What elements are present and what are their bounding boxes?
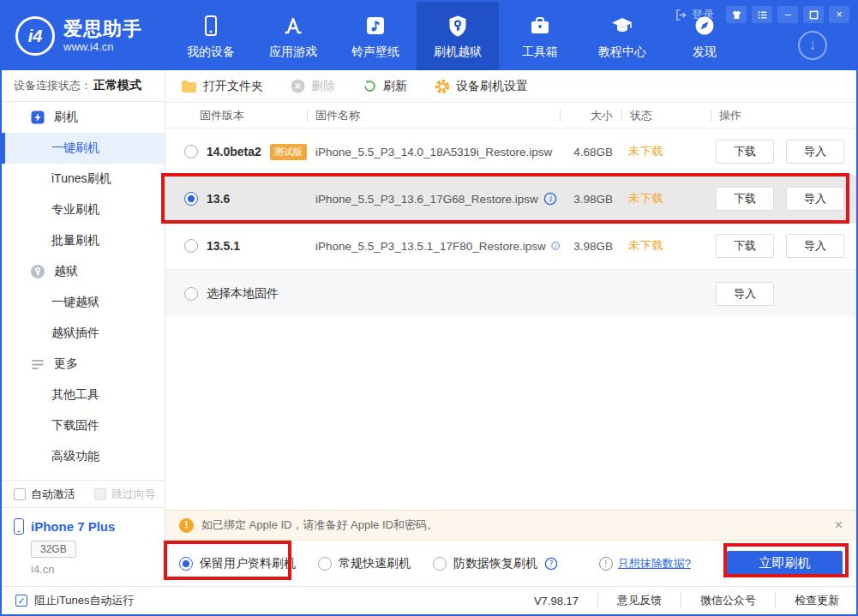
download-arrow-icon: ↓ bbox=[809, 37, 817, 54]
warning-close-icon[interactable]: × bbox=[835, 517, 843, 533]
delete-icon bbox=[291, 79, 305, 93]
download-firmware-button[interactable]: 下载 bbox=[716, 187, 774, 211]
firmware-radio[interactable] bbox=[184, 239, 198, 253]
phone-icon bbox=[198, 13, 224, 39]
sidebar-item-more-group[interactable]: 更多 bbox=[2, 349, 165, 380]
refresh-icon bbox=[363, 79, 377, 93]
column-header-version: 固件版本 bbox=[165, 108, 307, 123]
connection-status-label: 设备连接状态： bbox=[14, 78, 92, 93]
logo-i4-icon: i4 bbox=[15, 16, 55, 56]
svg-text:i: i bbox=[549, 194, 552, 203]
nav-ringtones-wallpapers[interactable]: 铃声壁纸 bbox=[342, 2, 409, 70]
sidebar-item-label: 越狱 bbox=[54, 264, 78, 279]
firmware-status: 未下载 bbox=[621, 238, 711, 254]
maximize-icon bbox=[809, 10, 819, 20]
window-controls: 登录 – × bbox=[675, 6, 849, 23]
maximize-button[interactable] bbox=[803, 6, 824, 23]
wechat-official-link[interactable]: 微信公众号 bbox=[681, 593, 775, 608]
flash-now-button[interactable]: 立即刷机 bbox=[727, 551, 843, 577]
sidebar-item-one-click-jailbreak[interactable]: 一键越狱 bbox=[2, 287, 165, 318]
firmware-filename: iPhone_5.5_P3_13.5.1_17F80_Restore.ipsw bbox=[315, 240, 546, 253]
sidebar-item-itunes-flash[interactable]: iTunes刷机 bbox=[2, 164, 165, 194]
radio-icon bbox=[433, 557, 447, 571]
device-name: iPhone 7 Plus bbox=[31, 519, 115, 534]
download-firmware-button[interactable]: 下载 bbox=[716, 140, 774, 164]
download-firmware-button[interactable]: 下载 bbox=[716, 234, 774, 258]
connection-status-value: 正常模式 bbox=[93, 78, 141, 93]
firmware-size: 3.98GB bbox=[560, 193, 621, 206]
import-firmware-button[interactable]: 导入 bbox=[786, 234, 844, 258]
firmware-radio-selected[interactable] bbox=[184, 192, 198, 206]
appstore-icon bbox=[280, 13, 306, 39]
device-source: i4.cn bbox=[31, 563, 153, 576]
import-firmware-button[interactable]: 导入 bbox=[786, 187, 844, 211]
import-firmware-button[interactable]: 导入 bbox=[786, 140, 844, 164]
checkbox-checked-icon bbox=[15, 595, 27, 607]
sidebar-item-jailbreak-plugins[interactable]: 越狱插件 bbox=[2, 318, 165, 349]
firmware-table-header: 固件版本 固件名称 大小 状态 操作 bbox=[165, 103, 856, 129]
import-firmware-button[interactable]: 导入 bbox=[716, 282, 774, 306]
app-url: www.i4.cn bbox=[63, 40, 142, 53]
device-flash-settings-button[interactable]: 设备刷机设置 bbox=[435, 79, 528, 94]
auto-activate-label: 自动激活 bbox=[31, 487, 75, 502]
nav-label: 发现 bbox=[693, 45, 717, 60]
feedback-link[interactable]: 意见反馈 bbox=[597, 593, 681, 608]
keep-user-data-radio[interactable]: 保留用户资料刷机 bbox=[179, 556, 296, 571]
nav-apps-games[interactable]: 应用游戏 bbox=[260, 2, 327, 70]
refresh-button[interactable]: 刷新 bbox=[363, 79, 407, 94]
skip-wizard-checkbox[interactable]: 跳过向导 bbox=[94, 487, 156, 502]
firmware-radio[interactable] bbox=[184, 287, 198, 301]
beta-badge: 测试版 bbox=[270, 144, 307, 160]
info-icon[interactable]: i bbox=[543, 192, 557, 206]
nav-my-device[interactable]: 我的设备 bbox=[177, 2, 244, 70]
login-button[interactable]: 登录 bbox=[675, 7, 714, 22]
sidebar-item-label: 更多 bbox=[54, 356, 78, 372]
refresh-label: 刷新 bbox=[383, 79, 407, 94]
column-header-name: 固件名称 bbox=[307, 108, 560, 123]
nav-flash-jailbreak[interactable]: 刷机越狱 bbox=[417, 2, 499, 70]
close-button[interactable]: × bbox=[829, 6, 849, 23]
firmware-radio[interactable] bbox=[184, 145, 198, 158]
sidebar-item-jailbreak-group[interactable]: 越狱 bbox=[2, 256, 165, 287]
menu-list-button[interactable] bbox=[752, 6, 772, 23]
login-icon bbox=[675, 9, 687, 21]
briefcase-icon bbox=[527, 13, 553, 39]
sidebar-checkboxes: 自动激活 跳过向导 bbox=[2, 480, 165, 507]
sidebar-item-pro-flash[interactable]: 专业刷机 bbox=[2, 194, 165, 225]
help-icon[interactable]: ? bbox=[544, 557, 558, 571]
column-header-operation: 操作 bbox=[711, 108, 856, 123]
auto-activate-checkbox[interactable]: 自动激活 bbox=[14, 487, 75, 502]
firmware-row-13-5-1: 13.5.1 iPhone_5.5_P3_13.5.1_17F80_Restor… bbox=[165, 223, 856, 270]
sidebar-item-label: 批量刷机 bbox=[51, 233, 99, 248]
check-update-link[interactable]: 检查更新 bbox=[775, 593, 843, 608]
info-icon[interactable]: i bbox=[551, 239, 560, 253]
erase-data-link[interactable]: 只想抹除数据? bbox=[618, 556, 691, 571]
sidebar-item-other-tools[interactable]: 其他工具 bbox=[2, 380, 165, 410]
more-lines-icon bbox=[30, 356, 45, 372]
open-folder-button[interactable]: 打开文件夹 bbox=[181, 79, 263, 94]
minimize-icon: – bbox=[785, 9, 791, 21]
skin-button[interactable] bbox=[726, 6, 747, 23]
firmware-status: 未下载 bbox=[621, 191, 711, 206]
sidebar-item-flash-group[interactable]: 刷机 bbox=[2, 102, 165, 133]
sidebar-item-label: 一键刷机 bbox=[51, 141, 99, 156]
main-panel: 打开文件夹 删除 刷新 设备刷机设置 固件版本 固件名称 大小 bbox=[165, 70, 856, 586]
sidebar-item-batch-flash[interactable]: 批量刷机 bbox=[2, 225, 165, 256]
block-itunes-checkbox[interactable]: 阻止iTunes自动运行 bbox=[15, 593, 135, 608]
nav-toolbox[interactable]: 工具箱 bbox=[507, 2, 573, 70]
sidebar-item-download-firmware[interactable]: 下载固件 bbox=[2, 410, 165, 441]
checkbox-icon bbox=[94, 488, 106, 500]
normal-fast-flash-radio[interactable]: 常规快速刷机 bbox=[318, 556, 411, 571]
sidebar-item-label: 其他工具 bbox=[51, 387, 99, 403]
sidebar-item-one-click-flash[interactable]: 一键刷机 bbox=[2, 133, 165, 164]
firmware-toolbar: 打开文件夹 删除 刷新 设备刷机设置 bbox=[165, 70, 856, 103]
anti-data-recovery-radio[interactable]: 防数据恢复刷机 ? bbox=[433, 556, 558, 571]
nav-tutorial-center[interactable]: 教程中心 bbox=[589, 2, 656, 70]
shield-key-icon bbox=[445, 13, 471, 39]
anti-data-recovery-label: 防数据恢复刷机 bbox=[453, 556, 537, 571]
sidebar-item-advanced-features[interactable]: 高级功能 bbox=[2, 441, 165, 472]
delete-button[interactable]: 删除 bbox=[291, 79, 335, 94]
download-manager-button[interactable]: ↓ bbox=[798, 31, 827, 60]
login-label: 登录 bbox=[692, 7, 714, 22]
minimize-button[interactable]: – bbox=[777, 6, 798, 23]
